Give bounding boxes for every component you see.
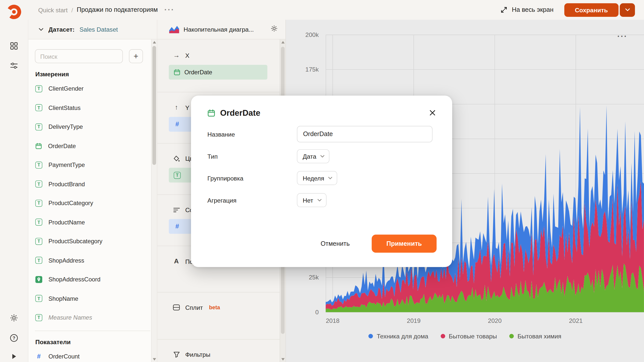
field-item[interactable]: OrderDate: [28, 136, 157, 155]
legend-item[interactable]: Бытовые товары: [441, 332, 497, 339]
field-label: ShopAddressCoord: [49, 276, 101, 283]
chevron-down-icon: [320, 155, 325, 158]
funnel-icon: [173, 351, 180, 358]
grouping-select[interactable]: Неделя: [297, 171, 337, 185]
left-rail: ?: [0, 0, 28, 362]
chevron-down-icon[interactable]: [39, 28, 44, 31]
type-field-label: Тип: [207, 153, 297, 160]
dimensions-title: Измерения: [35, 71, 157, 78]
geopoint-icon: [35, 276, 42, 283]
chart-settings-gear-icon[interactable]: [270, 25, 278, 34]
field-item[interactable]: TDeliveryType: [28, 117, 157, 136]
arrow-right-icon: →: [173, 52, 180, 59]
field-label: ClientStatus: [49, 104, 81, 111]
field-item[interactable]: TClientStatus: [28, 98, 157, 117]
field-item[interactable]: TMeasure Names: [28, 308, 157, 327]
x-axis-tick: 2020: [488, 317, 502, 324]
close-icon[interactable]: [428, 108, 437, 118]
scroll-down-icon[interactable]: [153, 358, 156, 360]
scroll-down-icon[interactable]: [281, 358, 285, 360]
fullscreen-button[interactable]: На весь экран: [500, 6, 553, 14]
field-label: DeliveryType: [49, 124, 83, 130]
section-split-label: Сплит: [185, 304, 203, 311]
dataset-label: Датасет:: [49, 26, 75, 33]
section-split: Сплит beta: [157, 292, 286, 340]
field-item[interactable]: TProductCategory: [28, 194, 157, 213]
dataset-name-link[interactable]: Sales Dataset: [79, 26, 118, 33]
field-label: PaymentType: [49, 162, 85, 168]
breadcrumb-more-button[interactable]: ···: [164, 8, 175, 12]
apply-button[interactable]: Применить: [372, 235, 437, 253]
name-input[interactable]: [297, 126, 432, 142]
svg-text:?: ?: [13, 336, 15, 341]
chart-more-button[interactable]: ···: [617, 32, 628, 41]
field-settings-dialog: OrderDate Название Тип Дата Группировка …: [191, 96, 452, 267]
breadcrumb-root[interactable]: Quick start: [38, 6, 68, 13]
section-filters-label: Фильтры: [185, 351, 210, 358]
legend-item[interactable]: Бытовая химия: [509, 332, 561, 339]
aggregation-select-value: Нет: [303, 197, 313, 204]
field-chip-orderdate[interactable]: OrderDate: [169, 65, 267, 80]
section-x: → X OrderDate: [157, 39, 286, 92]
settings-gear-icon[interactable]: [10, 313, 19, 322]
field-label: ProductName: [49, 219, 85, 225]
field-label: ClientGender: [49, 85, 84, 92]
field-search-input[interactable]: [35, 49, 123, 63]
field-item[interactable]: TProductBrand: [28, 174, 157, 194]
text-field-icon: T: [35, 314, 42, 321]
divider: [35, 330, 150, 331]
scroll-up-icon[interactable]: [153, 41, 156, 43]
type-select[interactable]: Дата: [297, 149, 329, 163]
field-item[interactable]: TClientGender: [28, 79, 157, 98]
field-item[interactable]: ShopAddressCoord: [28, 270, 157, 289]
text-field-icon: T: [174, 172, 181, 179]
field-item[interactable]: TProductSubcategory: [28, 232, 157, 251]
dataset-panel: Датасет: Sales Dataset + Измерения TClie…: [28, 20, 157, 362]
datalens-logo-icon[interactable]: [5, 3, 23, 21]
chart-type-selector[interactable]: Накопительная диагра...: [183, 26, 254, 33]
chevron-down-icon: [625, 8, 630, 12]
dataset-panel-header: Датасет: Sales Dataset: [28, 20, 157, 39]
arrow-up-icon: ↑: [173, 104, 180, 111]
scrollbar-thumb[interactable]: [152, 46, 156, 165]
name-field-label: Название: [207, 131, 297, 138]
chip-label: OrderDate: [185, 69, 212, 75]
text-field-icon: T: [35, 85, 42, 92]
text-field-icon: T: [35, 200, 42, 207]
field-label: ProductSubcategory: [49, 238, 103, 245]
field-label: ShopAddress: [49, 257, 84, 264]
x-axis-tick: 2019: [407, 317, 421, 324]
fullscreen-icon: [500, 6, 508, 14]
workbooks-grid-icon[interactable]: [10, 41, 19, 50]
field-item[interactable]: TProductName: [28, 213, 157, 232]
aggregation-select[interactable]: Нет: [297, 193, 326, 207]
number-field-icon: #: [174, 120, 181, 128]
field-item[interactable]: TPaymentType: [28, 155, 157, 174]
field-item[interactable]: TShopAddress: [28, 251, 157, 270]
calendar-icon: [35, 143, 42, 149]
field-item[interactable]: #OrderCount: [28, 347, 157, 362]
legend-item[interactable]: Техника для дома: [369, 332, 428, 339]
cancel-button[interactable]: Отменить: [310, 235, 360, 253]
add-field-button[interactable]: +: [129, 49, 143, 63]
section-x-label: X: [185, 52, 189, 59]
field-label: ShopName: [49, 295, 78, 302]
field-item[interactable]: TShopName: [28, 289, 157, 308]
help-icon[interactable]: ?: [10, 333, 19, 342]
split-icon: [173, 304, 180, 311]
save-dropdown-button[interactable]: [620, 3, 635, 17]
text-field-icon: T: [35, 238, 42, 245]
beta-badge: beta: [209, 304, 220, 311]
grouping-field-label: Группировка: [207, 174, 297, 182]
services-sliders-icon[interactable]: [10, 61, 19, 70]
area-chart-icon: [169, 25, 179, 33]
scroll-up-icon[interactable]: [281, 41, 285, 43]
save-button[interactable]: Сохранить: [564, 3, 618, 17]
field-label: OrderCount: [49, 353, 80, 359]
calendar-icon: [174, 69, 180, 75]
expand-rail-icon[interactable]: [10, 352, 19, 361]
dataset-fields: + Измерения TClientGenderTClientStatusTD…: [28, 39, 157, 362]
dataset-scrollbar[interactable]: [151, 39, 157, 362]
chart-type-header: Накопительная диагра...: [157, 20, 286, 39]
text-field-icon: T: [35, 123, 42, 130]
